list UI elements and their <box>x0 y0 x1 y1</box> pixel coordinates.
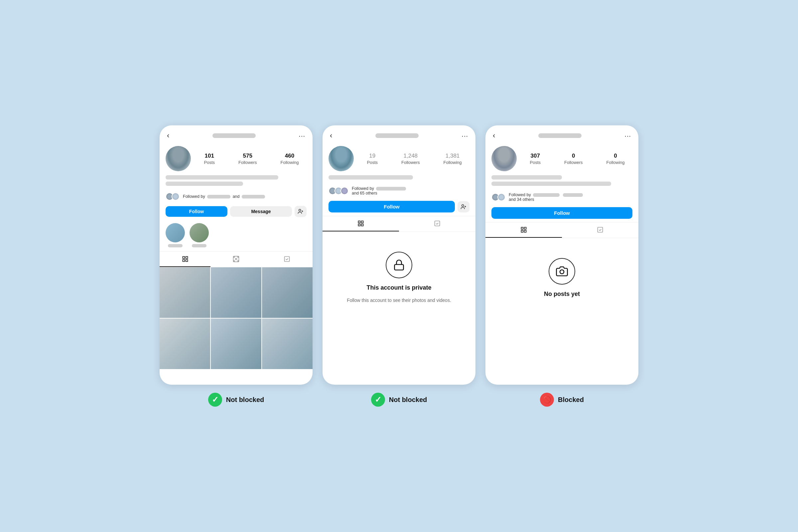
svg-point-11 <box>234 261 235 262</box>
posts-label-2: Posts <box>367 160 378 165</box>
svg-point-14 <box>462 205 464 207</box>
profile-header-3: 307 Posts 0 Followers 0 Following <box>486 143 639 174</box>
tab-tagged-3[interactable] <box>562 223 639 238</box>
phones-container: ‹ ··· 101 Posts 575 Followers <box>33 125 765 407</box>
mini-avatar-3b <box>497 193 506 201</box>
bio-2 <box>323 174 475 185</box>
stat-followers-2[interactable]: 1,248 Followers <box>401 153 420 165</box>
private-sub-2: Follow this account to see their photos … <box>347 297 451 304</box>
highlight-item-1[interactable] <box>166 223 185 247</box>
profile-header-1: 101 Posts 575 Followers 460 Following <box>159 143 312 174</box>
post-6[interactable] <box>262 319 312 369</box>
followers-label-1: Followers <box>239 160 257 165</box>
followed-by-2: Followed by and 65 others <box>323 185 475 199</box>
follow-button-2[interactable]: Follow <box>328 201 455 212</box>
status-icon-3: 🚫 <box>540 393 554 407</box>
add-person-button-1[interactable] <box>294 206 307 217</box>
followed-text-2: Followed by and 65 others <box>352 186 407 195</box>
posts-grid-1 <box>159 267 312 369</box>
post-5[interactable] <box>211 319 261 369</box>
mini-avatar-1b <box>172 192 179 201</box>
followed-by-3: Followed by and 34 others <box>486 191 639 205</box>
svg-rect-19 <box>358 224 360 226</box>
followed-by-1: Followed by and <box>159 191 312 204</box>
tab-tagged-1[interactable] <box>262 252 312 267</box>
tab-tagged-2[interactable] <box>399 216 475 231</box>
svg-rect-17 <box>358 221 360 223</box>
avatar-2 <box>328 146 354 171</box>
followers-label-3: Followers <box>564 160 583 165</box>
stat-following-2[interactable]: 1,381 Following <box>443 153 462 165</box>
svg-rect-13 <box>285 257 290 262</box>
highlight-circle-2 <box>190 223 209 242</box>
svg-rect-27 <box>598 227 603 232</box>
svg-point-9 <box>234 257 235 258</box>
avatar-1 <box>166 146 191 171</box>
topbar-2: ‹ ··· <box>323 125 475 143</box>
tab-grid-3[interactable] <box>486 223 562 238</box>
tab-reels-1[interactable] <box>210 252 261 267</box>
status-badge-2: ✓ Not blocked <box>371 393 427 407</box>
followed-name-blur-1 <box>207 195 230 198</box>
tab-grid-1[interactable] <box>159 252 210 267</box>
highlight-item-2[interactable] <box>190 223 209 247</box>
svg-point-0 <box>299 209 301 211</box>
stat-followers-1[interactable]: 575 Followers <box>239 153 257 165</box>
followed-text-1: Followed by and <box>183 194 266 199</box>
svg-rect-25 <box>521 230 524 232</box>
stat-followers-3[interactable]: 0 Followers <box>564 153 583 165</box>
bio-line-2 <box>166 182 243 186</box>
username-blur-2 <box>375 133 419 138</box>
stats-row-2: 19 Posts 1,248 Followers 1,381 Following <box>359 153 470 165</box>
highlight-label-1 <box>168 244 183 247</box>
tabs-1 <box>159 251 312 267</box>
bio-1 <box>159 174 312 191</box>
post-2[interactable] <box>211 267 261 318</box>
add-person-button-2[interactable] <box>457 201 470 212</box>
posts-label-3: Posts <box>530 160 540 165</box>
phone-2: ‹ ··· 19 Posts 1,248 Followers <box>323 125 475 385</box>
back-button-1[interactable]: ‹ <box>167 131 169 140</box>
more-options-2[interactable]: ··· <box>461 132 468 140</box>
highlights-1 <box>159 221 312 251</box>
followed-name-blur-3b <box>563 193 583 197</box>
tabs-3 <box>486 222 639 238</box>
more-options-3[interactable]: ··· <box>624 132 631 140</box>
back-button-3[interactable]: ‹ <box>493 131 495 140</box>
post-4[interactable] <box>159 319 210 369</box>
svg-rect-3 <box>183 257 185 259</box>
stat-following-1[interactable]: 460 Following <box>281 153 299 165</box>
follower-avatars-2 <box>328 187 348 195</box>
following-label-3: Following <box>607 160 625 165</box>
svg-rect-18 <box>361 221 363 223</box>
stat-posts-3: 307 Posts <box>530 153 540 165</box>
svg-point-10 <box>238 257 239 258</box>
status-badge-1: ✓ Not blocked <box>208 393 264 407</box>
svg-rect-5 <box>183 260 185 262</box>
followed-text-3: Followed by and 34 others <box>509 192 584 202</box>
message-button-1[interactable]: Message <box>230 206 292 217</box>
back-button-2[interactable]: ‹ <box>330 131 332 140</box>
svg-rect-22 <box>395 265 404 270</box>
more-options-1[interactable]: ··· <box>299 132 305 140</box>
posts-count-3: 307 <box>531 153 540 159</box>
posts-label-1: Posts <box>204 160 215 165</box>
stat-following-3[interactable]: 0 Following <box>607 153 625 165</box>
status-label-1: Not blocked <box>226 396 264 404</box>
followers-count-2: 1,248 <box>404 153 418 159</box>
status-icon-1: ✓ <box>208 393 222 407</box>
bio-line-1 <box>166 175 278 179</box>
post-3[interactable] <box>262 267 312 318</box>
mini-avatar-2c <box>341 187 348 195</box>
following-count-3: 0 <box>614 153 617 159</box>
post-1[interactable] <box>159 267 210 318</box>
status-label-2: Not blocked <box>389 396 427 404</box>
svg-point-28 <box>560 270 564 274</box>
bio-3 <box>486 174 639 191</box>
following-label-2: Following <box>443 160 462 165</box>
follow-button-3[interactable]: Follow <box>491 207 632 219</box>
svg-rect-20 <box>361 224 363 226</box>
tab-grid-2[interactable] <box>323 216 399 231</box>
follow-button-1[interactable]: Follow <box>166 206 227 217</box>
svg-rect-6 <box>186 260 188 262</box>
